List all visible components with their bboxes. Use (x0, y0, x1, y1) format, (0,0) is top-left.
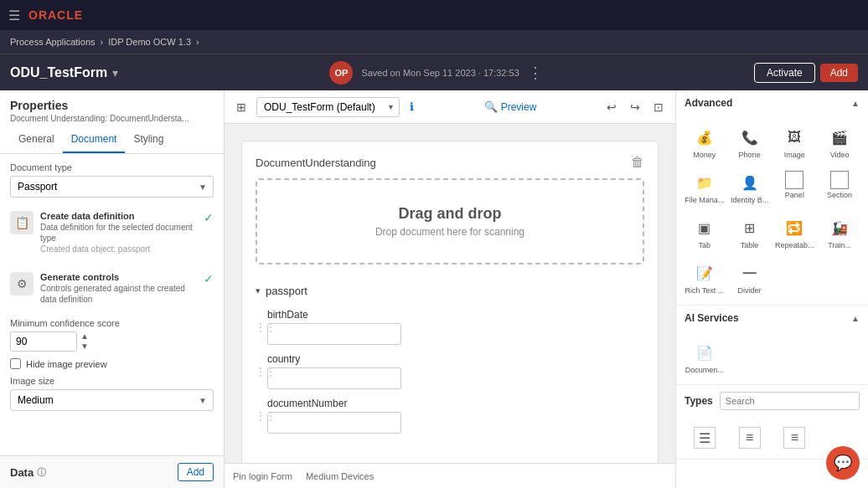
money-label: Money (693, 151, 716, 159)
type-item-2[interactable]: ≡ (728, 422, 772, 454)
create-data-def-icon: 📋 (10, 211, 34, 234)
types-section-title: Types (685, 395, 713, 407)
header-bar: ODU_TestForm ▾ OP Saved on Mon Sep 11 20… (0, 54, 868, 90)
types-section-header[interactable]: Types (676, 385, 868, 417)
collapse-icon: ▾ (256, 285, 261, 296)
properties-title: Properties (10, 99, 214, 112)
component-phone[interactable]: 📞 Phone (728, 121, 772, 164)
tab-document[interactable]: Document (63, 126, 126, 153)
types-search-box (713, 392, 860, 410)
bottom-device-label: Medium Devices (306, 471, 374, 481)
doc-type-label: Document type (10, 162, 214, 172)
phone-icon: 📞 (738, 126, 762, 149)
tab-styling[interactable]: Styling (125, 126, 172, 153)
field-documentnumber-input[interactable] (267, 412, 401, 434)
data-add-button[interactable]: Add (178, 463, 214, 481)
component-image[interactable]: 🖼 Image (773, 121, 817, 164)
data-label-text: Data (10, 466, 34, 479)
passport-section-header[interactable]: ▾ passport (256, 281, 644, 301)
bottom-bar: Pin login Form Medium Devices (225, 463, 675, 488)
advanced-component-grid: 💰 Money 📞 Phone 🖼 Image 🎬 Video 📁 (676, 116, 868, 305)
search-icon: 🔍 (484, 100, 498, 113)
confidence-down-button[interactable]: ▼ (80, 342, 89, 351)
data-info-icon[interactable]: ⓘ (37, 466, 46, 479)
info-button[interactable]: ℹ (406, 97, 417, 116)
undo-button[interactable]: ↩ (603, 97, 620, 117)
ai-services-title: AI Services (685, 312, 739, 324)
field-birthdate: ⋮⋮ birthDate (256, 309, 644, 345)
main-layout: Properties Document Understanding: Docum… (0, 90, 868, 488)
field-country-input[interactable] (267, 367, 401, 389)
component-repeatable[interactable]: 🔁 Repeatab... (773, 211, 817, 254)
ai-services-header[interactable]: AI Services ▲ (676, 306, 868, 331)
component-train[interactable]: 🚂 Train... (818, 211, 861, 254)
hide-image-row: Hide image preview (10, 358, 214, 369)
form-title-chevron[interactable]: ▾ (112, 66, 118, 80)
component-richtext[interactable]: 📝 Rich Text ... (683, 256, 726, 300)
breadcrumb-item-idp[interactable]: IDP Demo OCW 1.3 (108, 37, 191, 47)
passport-section: ▾ passport ⋮⋮ birthDate ⋮⋮ country (256, 281, 644, 434)
table-icon: ⊞ (738, 216, 762, 239)
activate-button[interactable]: Activate (754, 63, 815, 83)
add-button[interactable]: Add (820, 64, 858, 82)
component-panel[interactable]: Panel (773, 166, 817, 209)
breadcrumb-item-process[interactable]: Process Applications (10, 37, 96, 47)
chat-button[interactable]: 💬 (826, 446, 860, 480)
image-size-label: Image size (10, 376, 214, 386)
tab-general[interactable]: General (10, 126, 63, 153)
component-money[interactable]: 💰 Money (683, 121, 726, 164)
drag-handle: ⋮⋮ (256, 321, 276, 333)
table-label: Table (741, 241, 759, 249)
panel-toggle-button[interactable]: ⊞ (233, 97, 250, 117)
component-video[interactable]: 🎬 Video (818, 121, 861, 164)
advanced-section: Advanced ▲ 💰 Money 📞 Phone 🖼 Image 🎬 (676, 90, 868, 306)
image-label: Image (784, 151, 805, 159)
preview-button[interactable]: 🔍 Preview (477, 96, 545, 117)
form-canvas: DocumentUnderstanding 🗑 Drag and drop Dr… (241, 141, 659, 463)
image-size-select[interactable]: Medium Small Large (10, 389, 214, 411)
advanced-section-header[interactable]: Advanced ▲ (676, 90, 868, 116)
oracle-logo: ORACLE (28, 8, 83, 22)
hamburger-icon[interactable]: ☰ (8, 8, 20, 23)
generate-controls-desc: Controls generated against the created d… (40, 283, 197, 305)
hide-image-checkbox[interactable] (10, 358, 21, 369)
field-birthdate-input[interactable] (267, 323, 401, 345)
confidence-input[interactable] (10, 331, 77, 352)
video-label: Video (830, 151, 850, 159)
video-icon: 🎬 (828, 126, 851, 149)
redo-button[interactable]: ↪ (627, 97, 643, 117)
generate-controls-icon: ⚙ (10, 272, 34, 295)
panel-icon (785, 171, 803, 189)
doc-type-select[interactable]: Passport (10, 176, 214, 198)
toolbar-right: ↩ ↪ ⊡ (603, 97, 667, 117)
confidence-up-button[interactable]: ▲ (80, 332, 89, 341)
repeatable-icon: 🔁 (783, 216, 806, 239)
field-country-label: country (267, 353, 644, 365)
drop-zone[interactable]: Drag and drop Drop document here for sca… (256, 178, 644, 265)
delete-button[interactable]: 🗑 (631, 155, 644, 170)
drag-handle-docnum: ⋮⋮ (256, 410, 276, 422)
form-version-select[interactable]: ODU_TestForm (Default) (256, 97, 400, 117)
confidence-score-section: Minimum confidence score ▲ ▼ (10, 318, 214, 352)
toolbar-left: ⊞ ODU_TestForm (Default) ℹ (233, 97, 417, 117)
types-search-input[interactable] (720, 392, 860, 410)
component-document[interactable]: 📄 Documen... (683, 336, 726, 379)
confidence-label: Minimum confidence score (10, 318, 214, 328)
center-panel: ⊞ ODU_TestForm (Default) ℹ 🔍 Preview ↩ ↪… (225, 90, 675, 488)
fullscreen-button[interactable]: ⊡ (650, 97, 667, 117)
component-divider[interactable]: — Divider (728, 256, 772, 300)
confidence-arrows: ▲ ▼ (80, 332, 89, 351)
component-table[interactable]: ⊞ Table (728, 211, 772, 254)
create-data-def-title: Create data definition (40, 211, 197, 221)
canvas-header: DocumentUnderstanding 🗑 (256, 155, 644, 170)
component-filemanager[interactable]: 📁 File Mana... (683, 166, 726, 209)
type-item-1[interactable]: ☰ (683, 422, 726, 454)
form-title: ODU_TestForm (10, 65, 107, 80)
component-section[interactable]: Section (818, 166, 861, 209)
component-identityb[interactable]: 👤 Identity B... (728, 166, 772, 209)
type-item-3[interactable]: ≡ (773, 422, 817, 454)
more-options-button[interactable]: ⋮ (528, 64, 543, 82)
field-documentnumber: ⋮⋮ documentNumber (256, 398, 644, 434)
component-tab[interactable]: ▣ Tab (683, 211, 726, 254)
filemanager-icon: 📁 (693, 171, 716, 194)
